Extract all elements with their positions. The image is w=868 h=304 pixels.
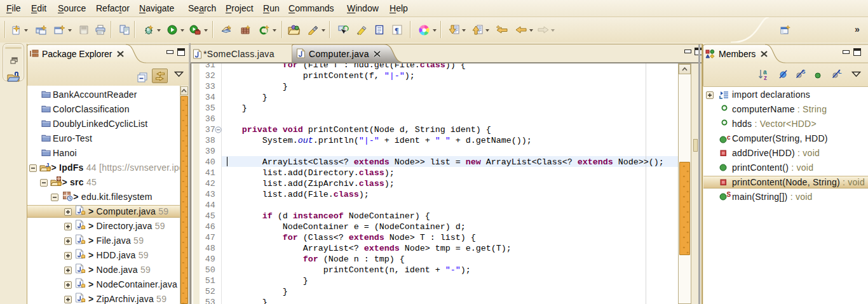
svg-text:S: S <box>726 192 731 198</box>
svg-text:c: c <box>727 135 731 141</box>
svg-text:¶: ¶ <box>395 26 398 35</box>
svg-text:z: z <box>764 74 767 81</box>
svg-text:J: J <box>46 161 49 168</box>
